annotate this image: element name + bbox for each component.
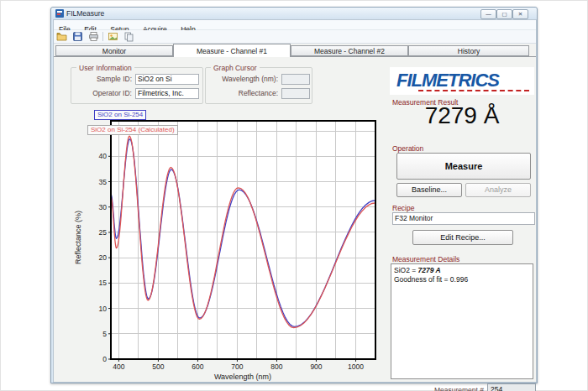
svg-text:800: 800 [270, 362, 282, 371]
svg-text:30: 30 [99, 203, 108, 211]
tab-content: User Information Sample ID: SiO2 on Si O… [54, 57, 536, 380]
edit-recipe-button[interactable]: Edit Recipe... [412, 230, 513, 245]
client-area: File Edit Setup Acquire Help [53, 19, 537, 383]
cursor-wavelength-label: Wavelength (nm): [206, 75, 278, 83]
y-axis-title: Reflectance (%) [74, 211, 82, 264]
filmetrics-logo-text: FILMETRICS [396, 70, 499, 91]
details-line-1: SiO2 = 7279 A [394, 266, 530, 275]
cursor-reflectance-label: Reflectance: [206, 89, 278, 97]
graph-cursor-title: Graph Cursor [211, 64, 260, 72]
app-icon [55, 9, 64, 18]
svg-text:600: 600 [192, 362, 203, 371]
chart-plot[interactable]: 4005006007008009001000051015202530354045 [66, 106, 386, 387]
filmetrics-logo: FILMETRICS [390, 67, 534, 95]
measurement-number-label: Measurement # [417, 386, 484, 391]
svg-text:900: 900 [310, 362, 322, 371]
user-information-title: User Information [76, 64, 134, 72]
menu-bar: File Edit Setup Acquire Help [54, 20, 536, 30]
window-title: FILMeasure [66, 9, 104, 18]
svg-text:1000: 1000 [348, 362, 364, 371]
baseline-button[interactable]: Baseline... [396, 183, 462, 197]
legend-measured-label: SiO2 on Si-254 [97, 111, 143, 118]
svg-text:35: 35 [99, 178, 108, 186]
reflectance-chart[interactable]: 4005006007008009001000051015202530354045… [66, 106, 386, 387]
details-line-2: Goodness of fit = 0.996 [394, 275, 530, 284]
recipe-title: Recipe [392, 204, 414, 212]
cursor-reflectance-field [281, 88, 310, 99]
title-bar[interactable]: FILMeasure — ▢ ✕ [51, 8, 537, 19]
operator-id-field[interactable]: Filmetrics, Inc. [135, 88, 199, 99]
svg-text:10: 10 [99, 305, 108, 313]
details-thickness-value: 7279 A [418, 266, 441, 274]
tab-history[interactable]: History [408, 45, 529, 56]
export-icon[interactable] [108, 31, 118, 42]
open-icon[interactable] [56, 31, 67, 42]
toolbar [54, 30, 536, 44]
copy-icon[interactable] [123, 31, 134, 42]
measurement-details-title: Measurement Details [392, 255, 459, 263]
measurement-details-box[interactable]: SiO2 = 7279 A Goodness of fit = 0.996 [391, 263, 533, 379]
tab-measure-channel-2[interactable]: Measure - Channel #2 [291, 45, 408, 56]
measure-button[interactable]: Measure [396, 153, 531, 180]
measurement-result-value: 7279 Å [390, 102, 534, 129]
app-window: FILMeasure — ▢ ✕ File Edit Setup Acquire… [50, 7, 538, 383]
svg-text:500: 500 [152, 362, 164, 371]
toolbar-separator [102, 32, 103, 41]
tab-measure-channel-1[interactable]: Measure - Channel #1 [173, 44, 291, 57]
cursor-wavelength-field [281, 74, 310, 85]
x-axis-title: Wavelength (nm) [214, 373, 271, 381]
svg-text:20: 20 [99, 253, 108, 262]
operator-id-label: Operator ID: [71, 89, 132, 97]
svg-text:0: 0 [102, 355, 107, 363]
sample-id-field[interactable]: SiO2 on Si [135, 74, 199, 85]
legend-calculated-label: SiO2 on Si-254 (Calculated) [91, 126, 175, 133]
user-information-group: User Information Sample ID: SiO2 on Si O… [71, 67, 203, 104]
svg-text:5: 5 [102, 330, 107, 338]
svg-text:700: 700 [231, 362, 243, 371]
save-icon[interactable] [72, 31, 83, 42]
maximize-button[interactable]: ▢ [496, 9, 512, 19]
svg-text:40: 40 [99, 152, 108, 160]
filmetrics-logo-underline [418, 90, 529, 91]
close-button[interactable]: ✕ [512, 9, 528, 19]
print-icon[interactable] [88, 31, 99, 42]
measurement-number-field[interactable]: 254 [487, 383, 536, 391]
legend-calculated: SiO2 on Si-254 (Calculated) [87, 125, 178, 135]
operation-title: Operation [392, 144, 423, 153]
analyze-button[interactable]: Analyze [465, 183, 531, 197]
sample-id-label: Sample ID: [71, 75, 132, 83]
svg-text:15: 15 [99, 279, 108, 287]
svg-text:25: 25 [99, 228, 108, 237]
tab-strip: Monitor Measure - Channel #1 Measure - C… [54, 44, 536, 57]
graph-cursor-group: Graph Cursor Wavelength (nm): Reflectanc… [205, 67, 312, 104]
legend-measured: SiO2 on Si-254 [94, 110, 146, 120]
minimize-button[interactable]: — [480, 9, 496, 19]
tab-monitor[interactable]: Monitor [55, 45, 173, 56]
recipe-field[interactable]: F32 Monitor [392, 212, 535, 225]
svg-text:400: 400 [113, 362, 124, 371]
